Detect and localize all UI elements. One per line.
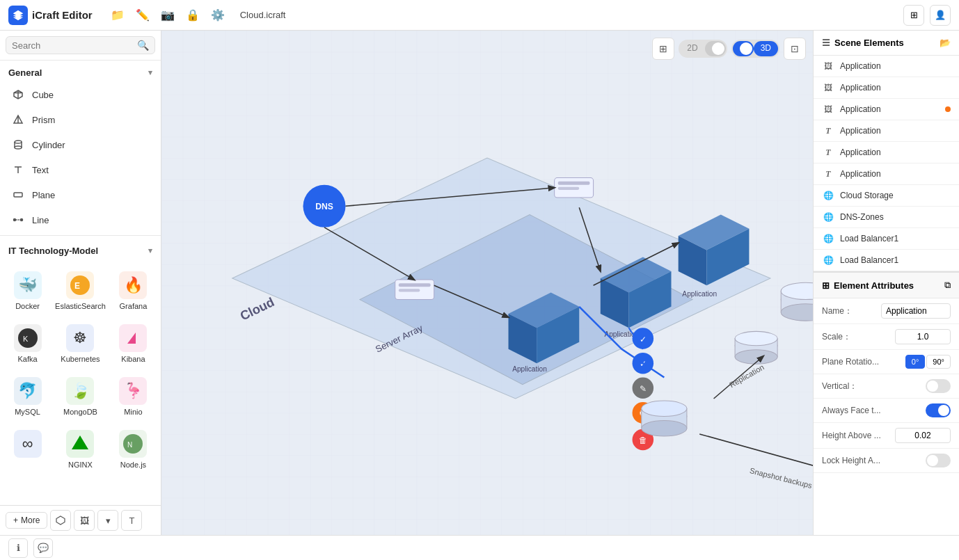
bottom-bar: ℹ 💬 [0, 535, 959, 560]
svg-text:✎: ✎ [640, 384, 647, 394]
vertical-toggle[interactable] [926, 379, 951, 393]
info-button[interactable]: ℹ [8, 538, 28, 558]
grid-item-kibana[interactable]: Kibana [111, 319, 155, 369]
height-above-input[interactable] [895, 428, 951, 443]
grid-item-grafana[interactable]: 🔥 Grafana [111, 266, 155, 316]
scale-attr-input[interactable] [895, 329, 951, 344]
scene-elements-header: ☰ Scene Elements 📂 [814, 31, 959, 56]
folder-scene-icon[interactable]: 📂 [940, 38, 951, 48]
elem-attrs-icon: ⊞ [822, 280, 830, 291]
text-label: Text [32, 165, 49, 175]
lock-height-toggle[interactable] [926, 454, 951, 467]
gear-icon[interactable]: ⚙️ [208, 6, 228, 24]
scene-item-3[interactable]: T Application [814, 120, 959, 142]
pen-icon[interactable]: ✏️ [133, 6, 152, 24]
plane-rotation-attr-label: Plane Rotatio... [822, 357, 905, 367]
rotation-0-button[interactable]: 0° [905, 355, 926, 369]
grid-item-kubernetes[interactable]: ☸ Kubernetes [52, 319, 109, 369]
scene-item-label-3: Application [840, 126, 881, 136]
grid-item-mongodb[interactable]: 🍃 MongoDB [52, 371, 109, 422]
vertical-attr-row: Vertical： [814, 374, 959, 399]
grid-view-button[interactable]: ⊞ [903, 5, 924, 26]
diagram-canvas[interactable]: Cloud Server Array DNS Application [161, 31, 813, 535]
plus-icon: + [13, 515, 18, 525]
height-above-attr-row: Height Above ... [814, 423, 959, 449]
image-icon-0: 🖼 [822, 60, 834, 72]
scene-item-0[interactable]: 🖼 Application [814, 56, 959, 77]
sidebar-item-line[interactable]: Line [0, 207, 161, 232]
toggle-3d[interactable]: 3D [754, 41, 778, 56]
plane-rotation-attr-row: Plane Rotatio... 0° 90° [814, 350, 959, 374]
sidebar-item-cylinder[interactable]: Cylinder [0, 132, 161, 157]
grid-toggle-button[interactable]: ⊞ [652, 38, 674, 60]
grid-item-elasticsearch[interactable]: E EslasticSearch [52, 266, 109, 316]
search-bar: 🔍 [0, 31, 161, 61]
svg-text:Application: Application [682, 290, 717, 298]
general-chevron[interactable]: ▾ [148, 68, 152, 77]
prism-label: Prism [32, 115, 55, 125]
grid-item-nodejs[interactable]: N Node.js [111, 424, 155, 474]
grid-item-kafka[interactable]: K Kafka [6, 319, 49, 369]
sidebar-item-text[interactable]: Text [0, 157, 161, 182]
always-face-toggle[interactable] [926, 403, 951, 417]
svg-rect-2 [14, 193, 22, 197]
scene-item-8[interactable]: 🌐 Load Balancer1 [814, 228, 959, 250]
lock-icon[interactable]: 🔒 [183, 6, 203, 24]
more-label: More [21, 515, 40, 525]
copy-button[interactable]: ⧉ [944, 280, 951, 291]
text-bottom-icon[interactable]: T [121, 510, 142, 531]
account-button[interactable]: 👤 [930, 5, 951, 26]
scene-item-4[interactable]: T Application [814, 142, 959, 163]
grid-item-nginx[interactable]: NGINX [52, 424, 109, 474]
it-chevron[interactable]: ▾ [148, 246, 152, 255]
scene-item-9[interactable]: 🌐 Load Balancer1 [814, 250, 959, 271]
logo-icon [8, 6, 28, 25]
cube-label: Cube [32, 90, 54, 100]
fullscreen-button[interactable]: ⊡ [784, 38, 806, 60]
svg-rect-22 [558, 182, 590, 185]
toggle-2d[interactable]: 2D [680, 41, 704, 56]
grid-item-item10[interactable]: ∞ [6, 424, 49, 474]
cube-icon [11, 88, 25, 102]
search-icon[interactable]: 🔍 [137, 40, 149, 51]
search-input[interactable] [12, 40, 133, 51]
chevron-down-icon[interactable]: ▾ [97, 510, 118, 531]
scene-item-label-2: Application [840, 104, 881, 114]
cube-bottom-icon[interactable] [50, 510, 71, 531]
name-attr-label: Name： [822, 305, 881, 317]
general-section-header: General ▾ [0, 61, 161, 82]
lock-height-attr-row: Lock Height A... [814, 449, 959, 473]
elem-attrs-title-group: ⊞ Element Attributes [822, 280, 914, 291]
scale-attr-row: Scale： [814, 324, 959, 350]
it-grid: 🐳 Docker E EslasticSearch 🔥 Grafana K K [0, 260, 161, 480]
settings-bottom-button[interactable]: 💬 [33, 538, 53, 558]
sidebar-item-plane[interactable]: Plane [0, 182, 161, 207]
scene-item-7[interactable]: 🌐 DNS-Zones [814, 207, 959, 228]
grid-item-mysql[interactable]: 🐬 MySQL [6, 371, 49, 422]
svg-point-1 [15, 146, 22, 149]
nodejs-label: Node.js [120, 461, 146, 469]
scene-item-5[interactable]: T Application [814, 163, 959, 185]
canvas[interactable]: ⊞ 2D 3D ⊡ [161, 31, 813, 535]
topbar: iCraft Editor 📁 ✏️ 📷 🔒 ⚙️ Cloud.icraft ⊞… [0, 0, 959, 31]
more-button[interactable]: + More [6, 512, 47, 529]
folder-icon[interactable]: 📁 [108, 6, 127, 24]
grid-item-minio[interactable]: 🦩 Minio [111, 371, 155, 422]
scene-item-1[interactable]: 🖼 Application [814, 77, 959, 99]
scene-elements-title: Scene Elements [834, 38, 904, 48]
rotation-90-button[interactable]: 90° [926, 355, 951, 369]
image-bottom-icon[interactable]: 🖼 [74, 510, 95, 531]
sidebar-item-cube[interactable]: Cube [0, 82, 161, 107]
scene-item-6[interactable]: 🌐 Cloud Storage [814, 185, 959, 207]
camera-icon[interactable]: 📷 [158, 6, 177, 24]
globe-icon-7: 🌐 [822, 211, 834, 223]
canvas-toolbar: ⊞ 2D 3D ⊡ [652, 38, 806, 60]
plane-label: Plane [32, 190, 55, 200]
sidebar-item-prism[interactable]: Prism [0, 107, 161, 132]
kibana-label: Kibana [121, 355, 145, 363]
grid-item-docker[interactable]: 🐳 Docker [6, 266, 49, 316]
name-attr-input[interactable] [881, 303, 951, 319]
scene-item-2[interactable]: 🖼 Application [814, 99, 959, 120]
svg-point-3 [14, 219, 16, 221]
cylinder-label: Cylinder [32, 140, 65, 150]
